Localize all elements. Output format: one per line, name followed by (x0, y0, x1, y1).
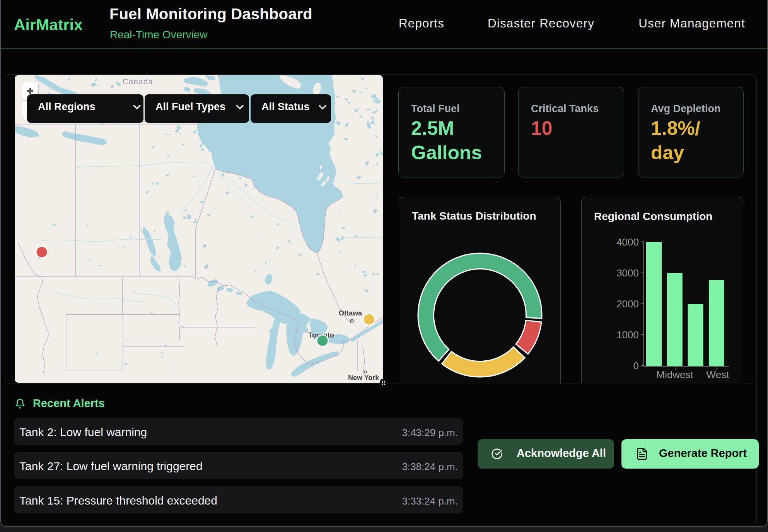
svg-text:Ottawa: Ottawa (339, 309, 362, 317)
svg-text:2000: 2000 (616, 298, 639, 310)
svg-text:Midwest: Midwest (656, 369, 693, 380)
svg-text:West: West (707, 369, 730, 380)
svg-text:0: 0 (633, 360, 639, 372)
svg-text:3000: 3000 (616, 267, 639, 279)
svg-text:4000: 4000 (616, 236, 639, 248)
svg-text:New York: New York (348, 374, 379, 382)
svg-text:1000: 1000 (616, 329, 639, 341)
svg-text:Canada: Canada (123, 77, 153, 86)
